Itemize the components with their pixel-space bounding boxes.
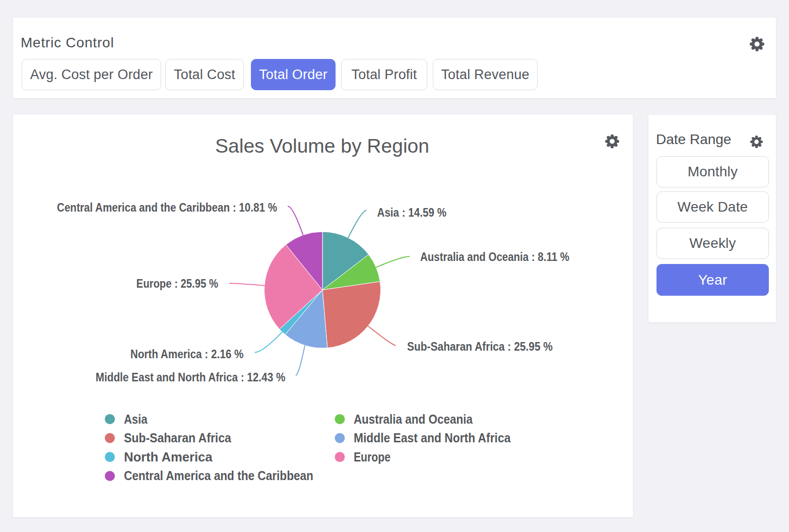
svg-text:Europe : 25.95 %: Europe : 25.95 % [137,277,218,290]
svg-text:Australia and Oceania: Australia and Oceania [354,412,473,426]
svg-text:Sales Volume by Region: Sales Volume by Region [215,135,429,157]
svg-text:North America: North America [124,450,213,464]
svg-text:Asia : 14.59 %: Asia : 14.59 % [377,206,447,219]
svg-text:Sub-Saharan Africa : 25.95 %: Sub-Saharan Africa : 25.95 % [407,340,553,353]
svg-text:Central America and the Caribb: Central America and the Caribbean [124,469,313,483]
svg-text:Asia: Asia [124,412,148,426]
svg-text:Sub-Saharan Africa: Sub-Saharan Africa [124,431,232,445]
svg-text:Australia and Oceania : 8.11 %: Australia and Oceania : 8.11 % [420,250,569,263]
svg-text:Middle East and North Africa: Middle East and North Africa [354,431,511,445]
svg-text:Central America and the Caribb: Central America and the Caribbean : 10.8… [57,201,277,214]
svg-text:Middle East and North Africa :: Middle East and North Africa : 12.43 % [96,371,286,384]
svg-text:Europe: Europe [354,450,390,464]
svg-text:North America : 2.16 %: North America : 2.16 % [130,348,244,361]
